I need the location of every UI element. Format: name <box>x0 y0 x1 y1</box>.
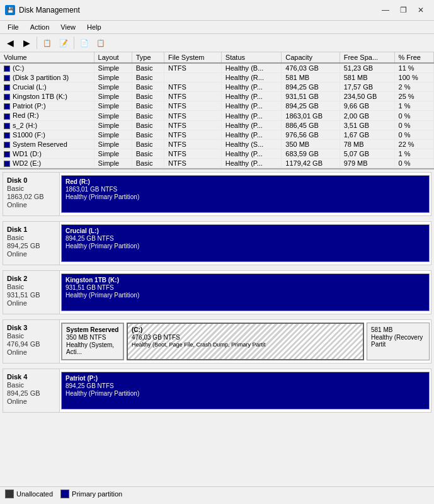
partition[interactable]: System Reserved 350 MB NTFS Healthy (Sys… <box>61 323 124 360</box>
disk-type: Basic <box>7 283 55 290</box>
table-cell: WD1 (D:) <box>0 149 94 158</box>
table-cell: Healthy (R... <box>221 73 281 83</box>
partition[interactable]: (C:) 476,03 GB NTFS Healthy (Boot, Page … <box>127 323 364 360</box>
disk-status: Online <box>7 348 55 356</box>
disk-partitions-container: Crucial (L:) 894,25 GB NTFS Healthy (Pri… <box>60 222 431 265</box>
table-row[interactable]: System ReservedSimpleBasicNTFSHealthy (S… <box>0 139 434 149</box>
table-row[interactable]: WD1 (D:)SimpleBasicNTFSHealthy (P...683,… <box>0 149 434 158</box>
table-cell: Simple <box>94 63 132 73</box>
col-layout[interactable]: Layout <box>94 52 132 63</box>
restore-button[interactable]: ❐ <box>395 4 411 16</box>
partition[interactable]: 581 MB Healthy (Recovery Partit <box>367 323 430 360</box>
disk-partitions-container: Patriot (P:) 894,25 GB NTFS Healthy (Pri… <box>60 369 431 412</box>
disk-row: Disk 3 Basic 476,94 GB Online System Res… <box>3 319 431 364</box>
minimize-button[interactable]: — <box>377 4 394 16</box>
window-title: Disk Management <box>19 6 80 14</box>
col-volume[interactable]: Volume <box>0 52 94 63</box>
toolbar-btn-3[interactable]: 📄 <box>77 36 92 50</box>
col-filesystem[interactable]: File System <box>164 52 222 63</box>
partition[interactable]: Red (R:) 1863,01 GB NTFS Healthy (Primar… <box>61 175 430 213</box>
table-row[interactable]: Kingston 1TB (K:)SimpleBasicNTFSHealthy … <box>0 92 434 101</box>
table-row[interactable]: (Disk 3 partition 3)SimpleBasicHealthy (… <box>0 73 434 83</box>
table-row[interactable]: s_2 (H:)SimpleBasicNTFSHealthy (P...886,… <box>0 120 434 130</box>
partition[interactable]: Crucial (L:) 894,25 GB NTFS Healthy (Pri… <box>61 224 430 262</box>
main-content: Volume Layout Type File System Status Ca… <box>0 52 434 501</box>
disk-label: Disk 0 Basic 1863,02 GB Online <box>3 173 60 215</box>
disk-id: Disk 2 <box>7 275 55 282</box>
partition-size: 894,25 GB NTFS <box>66 382 425 389</box>
disk-label: Disk 2 Basic 931,51 GB Online <box>3 271 60 314</box>
toolbar-btn-4[interactable]: 📋 <box>93 36 108 50</box>
table-cell: 0 % <box>394 158 433 168</box>
forward-button[interactable]: ▶ <box>19 36 34 50</box>
disk-size: 894,25 GB <box>7 389 55 397</box>
menu-item-action[interactable]: Action <box>25 22 55 32</box>
table-cell: 581 MB <box>282 73 340 83</box>
partition-name: Red (R:) <box>66 178 425 185</box>
table-cell: Simple <box>94 130 132 139</box>
menu-item-file[interactable]: File <box>3 22 24 32</box>
back-button[interactable]: ◀ <box>3 36 18 50</box>
table-cell: 931,51 GB <box>282 92 340 101</box>
table-cell: Healthy (P... <box>221 83 281 92</box>
window-controls: — ❐ ✕ <box>377 4 429 16</box>
menu-item-help[interactable]: Help <box>82 22 106 32</box>
table-cell: Basic <box>132 158 164 168</box>
col-capacity[interactable]: Capacity <box>282 52 340 63</box>
table-row[interactable]: Red (R:)SimpleBasicNTFSHealthy (P...1863… <box>0 111 434 120</box>
close-button[interactable]: ✕ <box>413 4 429 16</box>
table-cell: Basic <box>132 139 164 149</box>
disk-id: Disk 4 <box>7 373 55 381</box>
table-cell: Healthy (P... <box>221 158 281 168</box>
table-cell: NTFS <box>164 111 222 120</box>
table-row[interactable]: Patriot (P:)SimpleBasicNTFSHealthy (P...… <box>0 101 434 111</box>
disk-type: Basic <box>7 381 55 389</box>
table-cell <box>164 73 222 83</box>
menu-bar: FileActionViewHelp <box>0 21 434 34</box>
title-bar: 💾 Disk Management — ❐ ✕ <box>0 0 434 21</box>
table-cell: Simple <box>94 92 132 101</box>
menu-item-view[interactable]: View <box>55 22 81 32</box>
disk-size: 476,94 GB <box>7 340 55 348</box>
table-cell: 78 MB <box>340 139 394 149</box>
table-cell: NTFS <box>164 158 222 168</box>
table-cell: 100 % <box>394 73 433 83</box>
legend: Unallocated Primary partition <box>0 486 434 501</box>
legend-unallocated: Unallocated <box>5 490 53 498</box>
table-cell: Basic <box>132 149 164 158</box>
col-type[interactable]: Type <box>132 52 164 63</box>
table-cell: S1000 (F:) <box>0 130 94 139</box>
table-cell: Simple <box>94 139 132 149</box>
table-cell: System Reserved <box>0 139 94 149</box>
table-cell: 886,45 GB <box>282 120 340 130</box>
partition-status: Healthy (Primary Partition) <box>66 193 425 200</box>
table-cell: 2 % <box>394 83 433 92</box>
table-cell: Basic <box>132 130 164 139</box>
col-freespace[interactable]: Free Spa... <box>340 52 394 63</box>
table-row[interactable]: Crucial (L:)SimpleBasicNTFSHealthy (P...… <box>0 83 434 92</box>
table-cell: Simple <box>94 101 132 111</box>
table-cell: 350 MB <box>282 139 340 149</box>
col-percentfree[interactable]: % Free <box>394 52 433 63</box>
table-cell: s_2 (H:) <box>0 120 94 130</box>
toolbar-btn-1[interactable]: 📋 <box>40 36 55 50</box>
table-cell: 1,67 GB <box>340 130 394 139</box>
table-row[interactable]: WD2 (E:)SimpleBasicNTFSHealthy (P...1179… <box>0 158 434 168</box>
disk-label: Disk 3 Basic 476,94 GB Online <box>3 320 60 363</box>
legend-primary-label: Primary partition <box>72 490 122 498</box>
table-cell: 25 % <box>394 92 433 101</box>
table-cell: 11 % <box>394 63 433 73</box>
table-row[interactable]: S1000 (F:)SimpleBasicNTFSHealthy (P...97… <box>0 130 434 139</box>
partition[interactable]: Kingston 1TB (K:) 931,51 GB NTFS Healthy… <box>61 273 430 311</box>
toolbar-btn-2[interactable]: 📝 <box>56 36 71 50</box>
table-cell: WD2 (E:) <box>0 158 94 168</box>
table-cell: Basic <box>132 111 164 120</box>
col-status[interactable]: Status <box>221 52 281 63</box>
partition[interactable]: Patriot (P:) 894,25 GB NTFS Healthy (Pri… <box>61 372 430 410</box>
table-row[interactable]: (C:)SimpleBasicNTFSHealthy (B...476,03 G… <box>0 63 434 73</box>
table-cell: (Disk 3 partition 3) <box>0 73 94 83</box>
disk-type: Basic <box>7 185 55 192</box>
table-header-row: Volume Layout Type File System Status Ca… <box>0 52 434 63</box>
table-cell: 1179,42 GB <box>282 158 340 168</box>
table-cell: Basic <box>132 63 164 73</box>
